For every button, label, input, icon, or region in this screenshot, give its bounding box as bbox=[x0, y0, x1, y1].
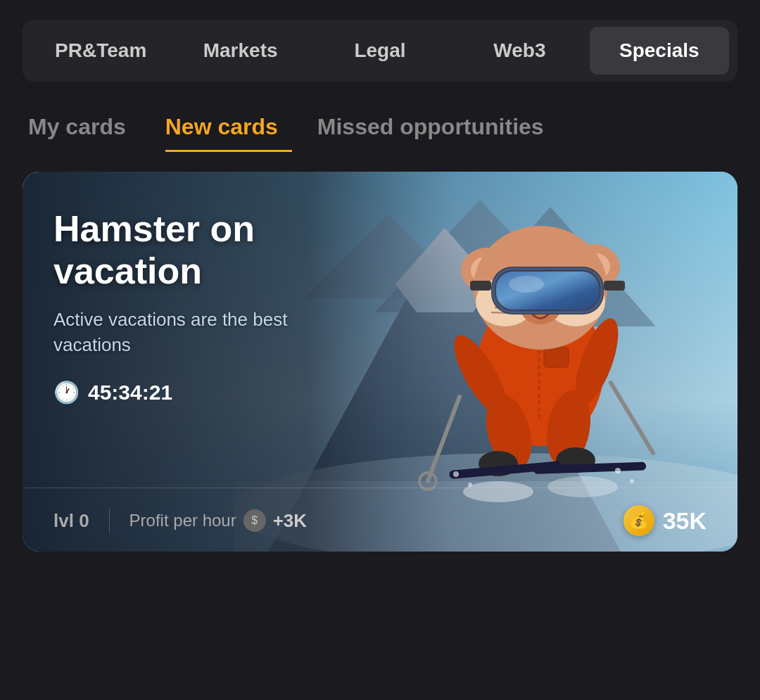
tab-my-cards[interactable]: My cards bbox=[28, 107, 140, 152]
card-title: Hamster on vacation bbox=[53, 208, 377, 293]
nav-item-legal[interactable]: Legal bbox=[310, 27, 450, 75]
price-coin-icon: 💰 bbox=[623, 505, 654, 536]
vacation-card[interactable]: Hamster on vacation Active vacations are… bbox=[23, 172, 737, 552]
profit-coin-icon: $ bbox=[243, 509, 266, 532]
profit-label: Profit per hour bbox=[129, 511, 236, 530]
card-container: Hamster on vacation Active vacations are… bbox=[23, 172, 737, 552]
nav-item-pr-team[interactable]: PR&Team bbox=[31, 27, 170, 75]
card-tabs: My cards New cards Missed opportunities bbox=[28, 107, 732, 152]
timer-value: 45:34:21 bbox=[88, 381, 172, 405]
card-price: 35K bbox=[663, 507, 707, 535]
nav-item-web3[interactable]: Web3 bbox=[450, 27, 589, 75]
card-level: lvl 0 bbox=[53, 510, 89, 532]
card-footer: lvl 0 Profit per hour $ +3K 💰 35K bbox=[23, 490, 737, 552]
profit-coin-symbol: $ bbox=[251, 514, 258, 527]
card-price-section: 💰 35K bbox=[623, 505, 707, 536]
profit-info: Profit per hour $ +3K bbox=[129, 509, 308, 532]
card-footer-divider bbox=[23, 488, 737, 488]
footer-divider bbox=[109, 508, 110, 533]
nav-item-specials[interactable]: Specials bbox=[590, 27, 729, 75]
card-content-area: Hamster on vacation Active vacations are… bbox=[23, 172, 737, 472]
svg-point-49 bbox=[630, 479, 634, 483]
card-description: Active vacations are the best vacations bbox=[53, 307, 349, 358]
tab-missed-opportunities[interactable]: Missed opportunities bbox=[317, 107, 558, 152]
profit-value: +3K bbox=[273, 510, 307, 532]
top-nav: PR&Team Markets Legal Web3 Specials bbox=[23, 20, 737, 82]
tab-new-cards[interactable]: New cards bbox=[165, 107, 292, 152]
price-coin-symbol: 💰 bbox=[629, 511, 648, 530]
svg-point-47 bbox=[468, 483, 472, 487]
clock-icon: 🕐 bbox=[53, 380, 80, 405]
nav-item-markets[interactable]: Markets bbox=[170, 27, 310, 75]
card-timer: 🕐 45:34:21 bbox=[53, 380, 707, 405]
